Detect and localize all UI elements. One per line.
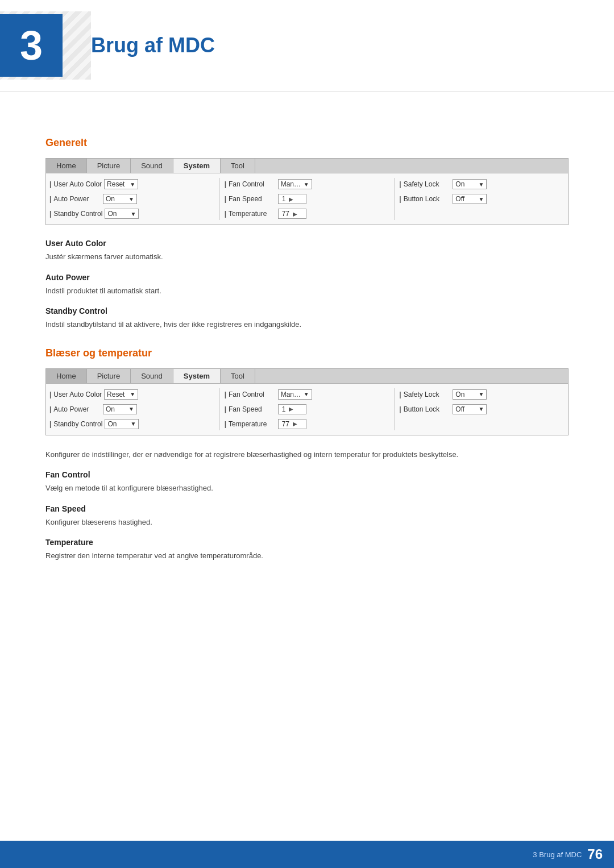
dropdown-value: Man… [281, 391, 301, 398]
dropdown-safety-lock-2[interactable]: On ▼ [453, 389, 487, 400]
stepper-value: 1 [282, 405, 286, 413]
stepper-value: 77 [282, 420, 289, 428]
col-divider-1 [219, 178, 220, 220]
col1-generelt: User Auto Color Reset ▼ Auto Power On ▼ … [49, 178, 215, 220]
dropdown-value: Off [455, 195, 464, 203]
dropdown-button-lock-1[interactable]: Off ▼ [453, 194, 487, 204]
dropdown-value: On [106, 195, 115, 203]
blaeser-tabs: Home Picture Sound System Tool [46, 369, 568, 384]
row-user-auto-color-2: User Auto Color Reset ▼ [49, 388, 215, 401]
stepper-value: 1 [282, 195, 286, 203]
col3-blaeser: Safety Lock On ▼ Button Lock Off ▼ [399, 388, 565, 430]
dropdown-arrow: ▼ [478, 406, 484, 412]
dropdown-standby-control-1[interactable]: On ▼ [105, 209, 139, 219]
col3-generelt: Safety Lock On ▼ Button Lock Off ▼ [399, 178, 565, 220]
dropdown-arrow: ▼ [130, 391, 135, 397]
stepper-arrow: ▶ [293, 211, 297, 217]
dropdown-value: Reset [107, 180, 125, 188]
chapter-header: 3 Brug af MDC [0, 0, 614, 92]
label-temperature-1: Temperature [225, 210, 276, 218]
tab-tool-2[interactable]: Tool [221, 369, 255, 383]
tab-sound-1[interactable]: Sound [131, 159, 173, 173]
dropdown-arrow: ▼ [304, 391, 309, 397]
dropdown-auto-power-1[interactable]: On ▼ [103, 194, 137, 204]
dropdown-value: On [107, 420, 117, 428]
col-divider-2 [394, 178, 395, 220]
sub-heading-fan-speed: Fan Speed [45, 504, 569, 513]
footer-chapter-text: 3 Brug af MDC [533, 850, 582, 859]
stepper-fan-speed-1[interactable]: 1 ▶ [278, 194, 306, 204]
dropdown-arrow: ▼ [131, 211, 136, 217]
sub-heading-standby-control: Standby Control [45, 306, 569, 315]
dropdown-auto-power-2[interactable]: On ▼ [103, 404, 137, 414]
label-fan-control-2: Fan Control [225, 391, 276, 398]
label-button-lock-1: Button Lock [399, 195, 450, 203]
dropdown-value: Reset [107, 391, 125, 398]
label-standby-control-2: Standby Control [49, 420, 102, 428]
row-standby-control-2: Standby Control On ▼ [49, 418, 215, 430]
label-safety-lock-2: Safety Lock [399, 391, 450, 398]
row-auto-power-1: Auto Power On ▼ [49, 193, 215, 205]
sub-text-fan-speed: Konfigurer blæserens hastighed. [45, 517, 569, 528]
dropdown-user-auto-color-2[interactable]: Reset ▼ [104, 389, 138, 400]
dropdown-value: Man… [281, 180, 301, 188]
dropdown-arrow: ▼ [128, 196, 134, 202]
main-content: Generelt Home Picture Sound System Tool … [0, 114, 614, 613]
header-stripe-bg: 3 [0, 11, 91, 80]
dropdown-fan-control-2[interactable]: Man… ▼ [278, 389, 312, 400]
stepper-arrow: ▶ [293, 421, 297, 427]
sub-text-fan-control: Vælg en metode til at konfigurere blæser… [45, 483, 569, 494]
tab-picture-2[interactable]: Picture [87, 369, 131, 383]
sub-text-user-auto-color: Justér skærmens farver automatisk. [45, 251, 569, 263]
tab-tool-1[interactable]: Tool [221, 159, 255, 173]
col2-blaeser: Fan Control Man… ▼ Fan Speed 1 ▶ Tempera… [225, 388, 390, 430]
stepper-temperature-2[interactable]: 77 ▶ [278, 419, 306, 429]
chapter-title: Brug af MDC [91, 34, 215, 57]
dropdown-arrow: ▼ [304, 181, 309, 188]
label-fan-speed-2: Fan Speed [225, 405, 276, 413]
tab-home-2[interactable]: Home [46, 369, 87, 383]
dropdown-arrow: ▼ [478, 391, 484, 397]
dropdown-user-auto-color-1[interactable]: Reset ▼ [104, 179, 138, 189]
row-temperature-2: Temperature 77 ▶ [225, 418, 390, 430]
dropdown-arrow: ▼ [130, 181, 135, 188]
blaeser-intro-text: Konfigurer de indstillinger, der er nødv… [45, 449, 569, 460]
generelt-tabs: Home Picture Sound System Tool [46, 159, 568, 173]
page-footer: 3 Brug af MDC 76 [0, 841, 614, 868]
dropdown-button-lock-2[interactable]: Off ▼ [453, 404, 487, 414]
dropdown-fan-control-1[interactable]: Man… ▼ [278, 179, 312, 189]
row-safety-lock-1: Safety Lock On ▼ [399, 178, 565, 190]
col1-blaeser: User Auto Color Reset ▼ Auto Power On ▼ … [49, 388, 215, 430]
generelt-body: User Auto Color Reset ▼ Auto Power On ▼ … [46, 173, 568, 225]
dropdown-safety-lock-1[interactable]: On ▼ [453, 179, 487, 189]
row-temperature-1: Temperature 77 ▶ [225, 207, 390, 220]
dropdown-arrow: ▼ [478, 181, 484, 188]
sub-text-auto-power: Indstil produktet til automatisk start. [45, 285, 569, 297]
label-button-lock-2: Button Lock [399, 405, 450, 413]
tab-sound-2[interactable]: Sound [131, 369, 173, 383]
generelt-section-title: Generelt [45, 137, 569, 149]
dropdown-arrow: ▼ [128, 406, 134, 412]
dropdown-value: On [106, 405, 115, 413]
row-button-lock-1: Button Lock Off ▼ [399, 193, 565, 205]
tab-picture-1[interactable]: Picture [87, 159, 131, 173]
blaeser-section-title: Blæser og temperatur [45, 347, 569, 359]
chapter-number: 3 [0, 14, 63, 77]
stepper-fan-speed-2[interactable]: 1 ▶ [278, 404, 306, 414]
tab-system-1[interactable]: System [173, 159, 221, 173]
dropdown-value: On [455, 391, 464, 398]
tab-system-2[interactable]: System [173, 369, 221, 383]
dropdown-standby-control-2[interactable]: On ▼ [105, 419, 139, 429]
row-fan-control-2: Fan Control Man… ▼ [225, 388, 390, 401]
row-user-auto-color-1: User Auto Color Reset ▼ [49, 178, 215, 190]
stepper-arrow: ▶ [289, 406, 293, 412]
label-temperature-2: Temperature [225, 420, 276, 428]
sub-heading-fan-control: Fan Control [45, 470, 569, 479]
dropdown-arrow: ▼ [478, 196, 484, 202]
stepper-temperature-1[interactable]: 77 ▶ [278, 209, 306, 219]
label-fan-speed-1: Fan Speed [225, 195, 276, 203]
label-fan-control-1: Fan Control [225, 180, 276, 188]
sub-heading-temperature: Temperature [45, 538, 569, 547]
tab-home-1[interactable]: Home [46, 159, 87, 173]
row-fan-control-1: Fan Control Man… ▼ [225, 178, 390, 190]
